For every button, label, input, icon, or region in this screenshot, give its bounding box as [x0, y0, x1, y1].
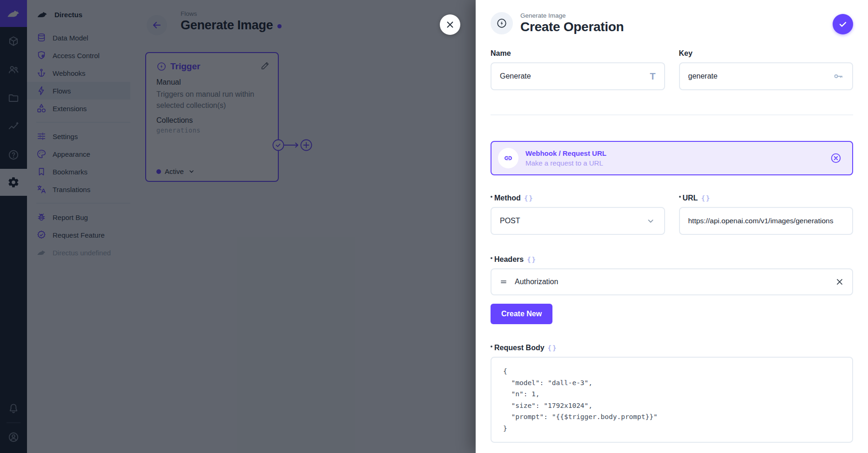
- operation-type-subtitle: Make a request to a URL: [525, 159, 606, 167]
- save-operation-button[interactable]: [833, 14, 853, 34]
- url-label: URL {}: [679, 194, 854, 202]
- header-row: [491, 268, 853, 295]
- drawer-overlay[interactable]: [0, 0, 476, 453]
- close-icon: [834, 277, 845, 287]
- required-dot: [491, 257, 492, 259]
- drawer-title: Create Operation: [520, 20, 624, 34]
- title-format-icon[interactable]: T: [650, 71, 655, 82]
- required-dot: [491, 196, 492, 198]
- create-operation-drawer: Generate Image Create Operation Name T K…: [476, 0, 868, 453]
- drawer-divider: [491, 114, 853, 115]
- drag-handle-icon[interactable]: [499, 277, 508, 286]
- check-icon: [838, 19, 848, 29]
- link-icon: [503, 153, 514, 164]
- header-key-input[interactable]: [515, 278, 828, 286]
- key-input[interactable]: [688, 72, 833, 80]
- drawer-breadcrumb: Generate Image: [520, 12, 624, 19]
- name-label: Name: [491, 49, 665, 58]
- required-dot: [491, 346, 492, 347]
- method-label: Method {}: [491, 194, 665, 202]
- url-input-wrap: [679, 207, 854, 235]
- interpolation-icon[interactable]: {}: [701, 194, 711, 202]
- key-icon: [833, 71, 844, 82]
- operation-icon-button[interactable]: [491, 12, 513, 34]
- app: Directus Data Model Access Control Webho…: [0, 0, 868, 453]
- method-field-group: Method {} POST: [491, 194, 665, 235]
- url-input[interactable]: [688, 217, 844, 225]
- method-select[interactable]: POST: [491, 207, 665, 235]
- drawer-header: Generate Image Create Operation: [491, 12, 853, 34]
- webhook-icon-circle: [498, 148, 518, 168]
- name-field-group: Name T: [491, 49, 665, 90]
- create-new-header-button[interactable]: Create New: [491, 304, 552, 324]
- request-body-section: Request Body {} { "model": "dall-e-3", "…: [491, 344, 853, 443]
- deselect-operation-type-button[interactable]: [830, 152, 842, 164]
- name-input-wrap: T: [491, 62, 665, 90]
- required-dot: [679, 196, 681, 198]
- cancel-circle-icon: [830, 152, 842, 164]
- request-body-editor[interactable]: { "model": "dall-e-3", "n": 1, "size": "…: [491, 357, 853, 443]
- operation-type-card[interactable]: Webhook / Request URL Make a request to …: [491, 141, 853, 175]
- key-field-group: Key: [679, 49, 854, 90]
- key-input-wrap: [679, 62, 854, 90]
- headers-section: Headers {} Create New: [491, 255, 853, 324]
- close-icon: [445, 20, 455, 30]
- name-input[interactable]: [500, 72, 650, 80]
- headers-label: Headers {}: [491, 255, 853, 264]
- url-field-group: URL {}: [679, 194, 854, 235]
- key-label: Key: [679, 49, 854, 58]
- interpolation-icon[interactable]: {}: [524, 194, 534, 202]
- close-drawer-button[interactable]: [440, 14, 460, 35]
- chevron-down-icon: [646, 216, 656, 226]
- bolt-circle-icon: [496, 18, 507, 29]
- remove-header-button[interactable]: [834, 277, 845, 287]
- request-body-label: Request Body {}: [491, 344, 853, 352]
- interpolation-icon[interactable]: {}: [548, 344, 558, 352]
- interpolation-icon[interactable]: {}: [527, 256, 537, 263]
- method-value: POST: [500, 217, 646, 225]
- operation-type-title: Webhook / Request URL: [525, 149, 606, 157]
